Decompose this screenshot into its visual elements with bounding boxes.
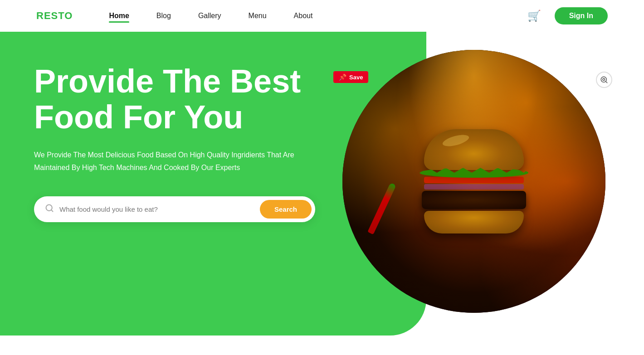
nav-link-menu[interactable]: Menu [249, 12, 267, 20]
burger-visual [342, 50, 605, 313]
save-label: Save [349, 74, 363, 81]
hero-section: Provide The Best Food For You We Provide… [0, 0, 644, 355]
pinterest-icon[interactable] [596, 72, 612, 88]
burger-body [420, 129, 528, 233]
search-icon [45, 204, 54, 215]
hero-content: Provide The Best Food For You We Provide… [34, 63, 351, 222]
patty [422, 191, 526, 209]
bun-bottom [424, 211, 524, 233]
save-badge[interactable]: 📌 Save [333, 71, 368, 83]
navbar-right: 🛒 Sign In [527, 7, 608, 24]
hero-title-line2: Food For You [34, 99, 243, 135]
hero-subtitle: We Provide The Most Delicious Food Based… [34, 149, 315, 173]
bun-top [424, 129, 524, 170]
search-bar: Search [34, 196, 315, 222]
svg-point-3 [603, 78, 605, 81]
navbar: RESTO Home Blog Gallery Menu About 🛒 Sig… [0, 0, 644, 32]
search-input[interactable] [59, 205, 260, 213]
signin-button[interactable]: Sign In [555, 7, 608, 24]
nav-link-gallery[interactable]: Gallery [198, 12, 221, 20]
svg-line-4 [605, 81, 607, 83]
cart-icon[interactable]: 🛒 [527, 10, 541, 22]
nav-links: Home Blog Gallery Menu About [109, 12, 527, 20]
nav-link-home[interactable]: Home [109, 12, 129, 20]
svg-line-1 [51, 210, 53, 212]
nav-link-about[interactable]: About [294, 12, 313, 20]
nav-link-blog[interactable]: Blog [156, 12, 171, 20]
pin-icon: 📌 [339, 73, 346, 81]
search-button[interactable]: Search [260, 200, 312, 219]
brand-logo[interactable]: RESTO [36, 10, 73, 22]
hero-image [342, 50, 605, 313]
hero-title: Provide The Best Food For You [34, 63, 351, 135]
tomato [424, 177, 524, 183]
onion [424, 184, 524, 190]
hero-title-line1: Provide The Best [34, 63, 301, 99]
